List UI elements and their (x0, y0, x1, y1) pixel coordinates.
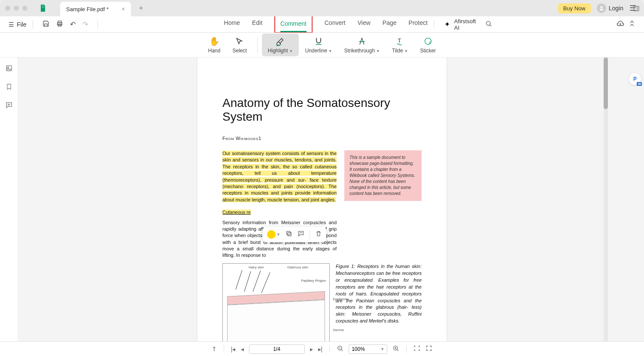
tilde-icon: T (396, 36, 404, 46)
figure-label: Glabrous skin (287, 265, 308, 269)
page-input[interactable] (249, 344, 305, 354)
scrollbar-thumb[interactable] (604, 58, 608, 109)
tab-convert[interactable]: Convert (325, 15, 346, 33)
redo-icon[interactable]: ↷ (82, 20, 88, 28)
tab-view[interactable]: View (358, 15, 371, 33)
close-window[interactable] (5, 6, 10, 11)
svg-line-18 (261, 272, 270, 293)
highlighted-heading[interactable]: Cutaneous re (222, 210, 251, 215)
divider (310, 230, 310, 239)
traffic-lights (5, 6, 27, 11)
chevron-down-icon: ▼ (289, 49, 293, 53)
print-icon[interactable] (56, 20, 63, 29)
document-title: Anatomy of the Somatosensory System (222, 96, 422, 124)
highlighter-icon (276, 36, 285, 46)
copy-icon[interactable] (286, 230, 292, 239)
divider (434, 20, 434, 29)
main-area: Anatomy of the Somatosensory System From… (0, 58, 644, 341)
zoom-value: 100% (352, 346, 365, 352)
app-logo (38, 3, 48, 13)
tab-home[interactable]: Home (224, 15, 240, 33)
zoom-select[interactable]: 100% ▼ (349, 344, 387, 354)
next-page-icon[interactable]: ▸ (310, 346, 313, 353)
hand-tool[interactable]: ✋ Hand (202, 33, 227, 56)
bookmark-icon[interactable] (6, 83, 12, 93)
tab-edit[interactable]: Edit (252, 15, 262, 33)
svg-point-10 (425, 38, 431, 45)
svg-rect-19 (288, 232, 291, 236)
search-icon[interactable] (485, 20, 492, 29)
select-tool[interactable]: Select (226, 33, 252, 56)
left-sidebar (0, 58, 18, 341)
svg-rect-6 (276, 45, 280, 46)
comments-icon[interactable] (5, 101, 13, 111)
add-tab-icon[interactable]: + (139, 4, 143, 13)
comment-toolbar: ✋ Hand Select Highlight▼ Underline▼ Stri… (0, 33, 644, 58)
undo-icon[interactable]: ↶ (70, 20, 76, 28)
svg-point-0 (600, 6, 602, 8)
svg-line-15 (236, 270, 242, 289)
underline-tool[interactable]: Underline▼ (299, 33, 338, 56)
thumbnails-icon[interactable] (5, 64, 13, 74)
zoom-out-icon[interactable] (337, 345, 343, 353)
tab-protect[interactable]: Protect (409, 15, 428, 33)
document-tab[interactable]: Sample File.pdf * × (60, 2, 131, 16)
divider (33, 20, 33, 29)
figure-label: Papillary Ridges (301, 279, 326, 283)
divider (329, 345, 330, 353)
svg-rect-11 (6, 66, 12, 71)
statusbar: ⤒ |◂ ◂ ▸ ▸| 100% ▼ (0, 341, 644, 356)
chevron-down-icon: ▼ (376, 49, 380, 53)
highlight-tool[interactable]: Highlight▼ (262, 33, 299, 56)
document-subtitle: From Wikibooks1 (222, 136, 422, 141)
note-icon[interactable] (298, 230, 304, 239)
tab-comment[interactable]: Comment (280, 16, 307, 32)
figure-label: Dermis (333, 328, 344, 332)
login-label: Login (609, 5, 623, 12)
figure-label: Epidermis (333, 297, 348, 301)
chevron-down-icon: ▼ (328, 49, 332, 53)
maximize-window[interactable] (22, 6, 27, 11)
buy-now-button[interactable]: Buy Now (558, 3, 591, 13)
svg-point-4 (486, 21, 490, 25)
sticker-tool[interactable]: Sticker (414, 33, 442, 56)
tool-label: Sticker (420, 48, 436, 54)
prev-page-icon[interactable]: ◂ (241, 346, 244, 353)
color-swatch-icon (267, 230, 276, 239)
window-titlebar: Sample File.pdf * × + Buy Now Login ☰ (0, 0, 644, 16)
tab-close-icon[interactable]: × (122, 6, 125, 12)
tilde-tool[interactable]: T Tilde▼ (386, 33, 414, 56)
zoom-in-icon[interactable] (392, 345, 399, 353)
cloud-upload-icon[interactable] (617, 20, 624, 29)
last-page-icon[interactable]: ▸| (318, 346, 323, 353)
save-icon[interactable] (43, 20, 49, 29)
first-page-icon[interactable]: |◂ (231, 346, 236, 353)
hand-icon: ✋ (209, 36, 220, 46)
document-canvas[interactable]: Anatomy of the Somatosensory System From… (18, 58, 626, 341)
file-menu-button[interactable]: ☰ File (9, 21, 27, 28)
fullscreen-icon[interactable] (425, 345, 432, 353)
tab-page[interactable]: Page (383, 15, 397, 33)
collapse-ribbon-icon[interactable] (629, 20, 635, 29)
figure-caption: Figure 1: Receptors in the human skin: M… (336, 263, 422, 341)
minimize-window[interactable] (14, 6, 19, 11)
strikethrough-tool[interactable]: Strikethrough▼ (338, 33, 386, 56)
ai-label[interactable]: Afirstsoft AI (454, 18, 481, 31)
fit-width-icon[interactable] (413, 345, 420, 353)
scrollbar[interactable] (604, 58, 608, 341)
divider (257, 37, 258, 53)
tool-label: Highlight▼ (268, 48, 293, 54)
scroll-top-icon[interactable]: ⤒ (212, 346, 217, 353)
ai-sparkle-icon: ✦ (444, 20, 450, 28)
color-picker-button[interactable]: ▼ (267, 230, 280, 239)
delete-icon[interactable] (315, 230, 322, 239)
login-button[interactable]: Login (597, 3, 623, 13)
hamburger-icon: ☰ (9, 21, 14, 28)
tool-label: Tilde▼ (392, 48, 408, 54)
underline-icon (314, 36, 323, 46)
comment-tab-highlight-box: Comment (274, 15, 313, 33)
cursor-icon (236, 36, 243, 46)
word-export-icon[interactable]: PW (629, 73, 641, 85)
highlight-popup: ▼ (263, 227, 326, 242)
highlighted-text[interactable]: Our somatosensory system consists of sen… (222, 151, 337, 202)
